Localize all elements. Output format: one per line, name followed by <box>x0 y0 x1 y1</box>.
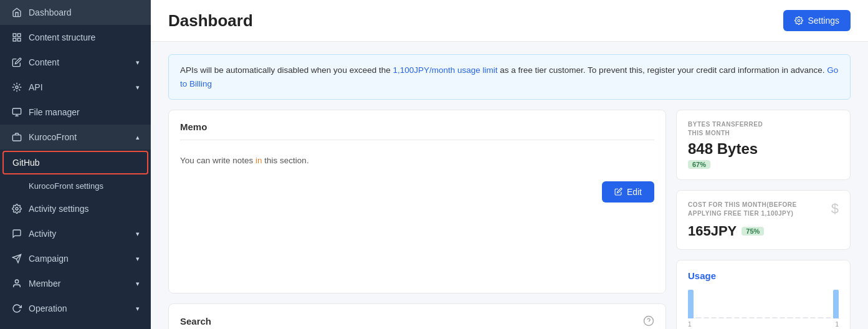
sidebar-item-activity-settings[interactable]: Activity settings <box>0 196 151 221</box>
campaign-icon <box>11 253 22 264</box>
sidebar-item-dashboard[interactable]: Dashboard <box>0 0 151 25</box>
sidebar-item-activity-label: Activity <box>29 229 56 239</box>
operation-icon <box>11 303 22 314</box>
usage-bar <box>749 317 755 318</box>
main-header: Dashboard Settings <box>151 0 868 42</box>
activity-icon <box>11 228 22 239</box>
pencil-icon <box>614 188 622 196</box>
usage-label-right: 1 <box>835 321 839 328</box>
svg-rect-6 <box>12 135 21 141</box>
cost-stat-badge: 75% <box>742 227 764 236</box>
alert-text-before: APIs will be automatically disabled when… <box>180 65 393 75</box>
usage-bar <box>711 317 717 318</box>
alert-text-middle: as a free tier customer. To prevent this… <box>498 65 827 75</box>
cost-stat-value: 165JPY <box>688 223 737 239</box>
usage-bar <box>780 317 785 318</box>
settings-button[interactable]: Settings <box>783 10 851 31</box>
help-icon[interactable] <box>643 315 654 327</box>
sidebar-item-kurocofront[interactable]: KurocoFront ▴ <box>0 125 151 150</box>
sidebar-item-file-manager-label: File manager <box>29 107 80 117</box>
sidebar-item-content-label: Content <box>29 57 59 67</box>
alert-highlight: 1,100JPY/month usage limit <box>393 65 497 75</box>
memo-divider <box>180 140 654 140</box>
usage-bar <box>833 290 839 318</box>
sidebar-item-github-label: GitHub <box>12 158 40 168</box>
bytes-stat-label: BYTES TRANSFERRED THIS MONTH <box>688 120 839 138</box>
svg-point-11 <box>798 19 801 22</box>
cost-stat-content: COST FOR THIS MONTH(BEFORE APPLYING FREE… <box>688 201 831 239</box>
sidebar-item-campaign-label: Campaign <box>29 254 69 264</box>
usage-bar <box>795 317 801 318</box>
bytes-stat-badge: 67% <box>688 160 710 169</box>
usage-bar <box>756 317 762 318</box>
main-body: APIs will be automatically disabled when… <box>151 42 868 329</box>
alert-banner: APIs will be automatically disabled when… <box>168 54 851 100</box>
sidebar-item-member[interactable]: Member ▾ <box>0 271 151 296</box>
svg-point-4 <box>16 86 18 88</box>
usage-labels: 1 1 <box>688 321 839 328</box>
svg-point-7 <box>16 207 18 210</box>
usage-bar <box>826 317 831 318</box>
right-col: BYTES TRANSFERRED THIS MONTH 848 Bytes 6… <box>676 110 851 329</box>
svg-rect-3 <box>17 38 21 41</box>
usage-bar <box>734 317 740 318</box>
sidebar-item-activity[interactable]: Activity ▾ <box>0 221 151 246</box>
main-content: Dashboard Settings APIs will be automati… <box>151 0 868 329</box>
sidebar-item-content-structure-label: Content structure <box>29 32 95 42</box>
edit-button[interactable]: Edit <box>602 181 654 203</box>
sidebar-item-kurocofront-settings[interactable]: KurocoFront settings <box>0 176 151 196</box>
search-card: Search <box>168 303 666 329</box>
usage-bar <box>718 317 724 318</box>
svg-rect-5 <box>12 108 21 114</box>
sidebar-item-api-label: API <box>29 82 43 92</box>
sidebar-item-kurocofront-settings-label: KurocoFront settings <box>29 181 103 191</box>
bytes-stat-card: BYTES TRANSFERRED THIS MONTH 848 Bytes 6… <box>676 110 851 180</box>
sidebar-item-operation[interactable]: Operation ▾ <box>0 296 151 321</box>
svg-rect-0 <box>13 34 16 37</box>
chevron-down-icon: ▾ <box>136 305 140 313</box>
edit-button-label: Edit <box>627 187 642 197</box>
kurocofront-icon <box>11 131 22 143</box>
api-icon <box>11 82 22 93</box>
sidebar: Dashboard Content structure Content ▾ AP… <box>0 0 151 329</box>
chevron-down-icon: ▾ <box>136 230 140 238</box>
sidebar-item-dashboard-label: Dashboard <box>29 7 72 17</box>
sidebar-item-content-structure[interactable]: Content structure <box>0 25 151 50</box>
usage-bar <box>703 317 709 318</box>
memo-card: Memo You can write notes in this section… <box>168 110 666 293</box>
usage-bar <box>742 317 747 318</box>
memo-text-prefix: You can write notes <box>180 156 255 165</box>
activity-settings-icon <box>11 203 22 214</box>
cards-row: Memo You can write notes in this section… <box>168 110 851 329</box>
memo-text-suffix: this section. <box>262 156 309 165</box>
settings-icon <box>794 16 803 25</box>
usage-bar <box>787 317 793 318</box>
chevron-down-icon: ▾ <box>136 280 140 288</box>
chevron-down-icon: ▾ <box>136 83 140 92</box>
content-icon <box>11 57 22 68</box>
memo-actions: Edit <box>180 181 654 203</box>
usage-title: Usage <box>688 270 839 281</box>
search-title: Search <box>180 316 211 327</box>
sidebar-item-kurocofront-label: KurocoFront <box>29 132 77 142</box>
cost-stat-label: COST FOR THIS MONTH(BEFORE APPLYING FREE… <box>688 201 831 218</box>
svg-point-10 <box>15 280 18 283</box>
usage-label-left: 1 <box>688 321 692 328</box>
sidebar-item-content[interactable]: Content ▾ <box>0 50 151 75</box>
memo-body: You can write notes in this section. <box>180 148 654 174</box>
content-structure-icon <box>11 32 22 43</box>
usage-card: Usage 1 1 <box>676 260 851 329</box>
usage-bar <box>810 317 816 318</box>
chevron-down-icon: ▾ <box>136 255 140 263</box>
file-manager-icon <box>11 107 22 118</box>
usage-bar <box>688 290 694 318</box>
usage-bar <box>765 317 770 318</box>
usage-bar <box>772 317 778 318</box>
sidebar-item-file-manager[interactable]: File manager <box>0 100 151 125</box>
sidebar-item-github[interactable]: GitHub <box>2 151 148 174</box>
chevron-down-icon: ▾ <box>136 59 140 67</box>
sidebar-item-campaign[interactable]: Campaign ▾ <box>0 246 151 271</box>
svg-rect-2 <box>13 38 16 41</box>
sidebar-item-api[interactable]: API ▾ <box>0 75 151 100</box>
bytes-stat-value: 848 Bytes <box>688 140 839 158</box>
